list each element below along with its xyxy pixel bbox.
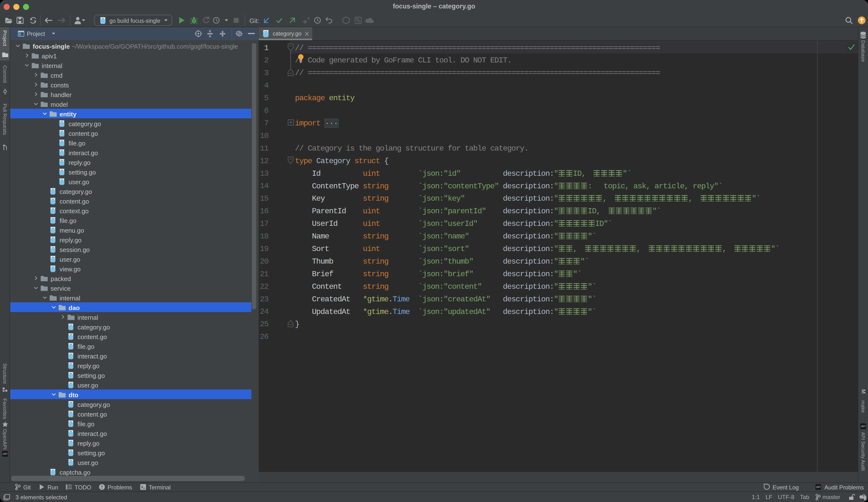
svg-text:/API: /API (3, 453, 8, 455)
svg-text:/API: /API (816, 486, 821, 489)
svg-text:/API: /API (861, 425, 866, 428)
svg-text:?: ? (862, 494, 864, 498)
